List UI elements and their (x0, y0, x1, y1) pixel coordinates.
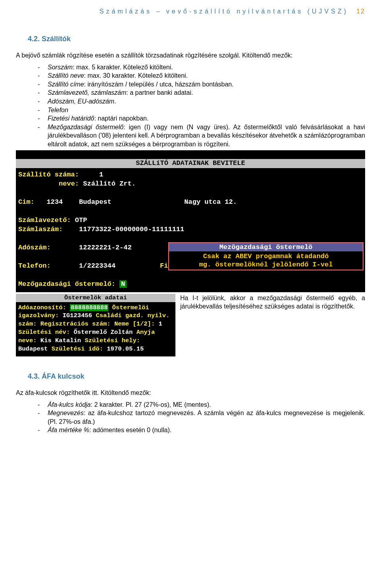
field-label: Születési idö: (52, 345, 103, 352)
list-item: Áfa mértéke %: adómentes esetén 0 (nulla… (38, 426, 365, 435)
terminal-supplier-form: SZÁLLíTÓ ADATAINAK BEVITELESzállító szám… (16, 150, 365, 292)
tooltip-line: mg. östermelöknél jelölendő I-vel (199, 261, 333, 268)
field-label: Regisztrációs szám: (40, 320, 111, 328)
section1-intro: A bejövő számlák rögzítése esetén a szál… (16, 51, 365, 60)
field-value: Budapest (18, 345, 48, 352)
field-value: Kis Katalin (40, 337, 81, 344)
field-value: Nagy utca 12. (184, 198, 237, 206)
field-label: Születési hely: (85, 337, 140, 344)
field-label: Neme [1/2]: (114, 320, 155, 328)
field-value: Budapest (79, 198, 112, 206)
page-number: 12 (352, 8, 365, 15)
list-item: Mezőgazdasági őstermelő: igen (I) vagy n… (38, 123, 365, 149)
list-item: Számlavezető, számlaszám: a partner bank… (38, 88, 365, 97)
field-value: 1 (159, 320, 162, 328)
field-value: 1970.05.15 (107, 345, 144, 352)
field-label: Telefon: (18, 262, 51, 270)
page-header: Számlázás – vevő-szállító nyilvántartás … (16, 0, 365, 19)
field-label: Adóazonosító: (18, 304, 66, 311)
list-item: Adószám, EU-adószám. (38, 97, 365, 106)
field-value: Őstermelő Zoltán (74, 329, 133, 336)
field-value: IG123456 (63, 312, 92, 319)
section-heading-suppliers: 4.2. Szállítók (16, 35, 365, 43)
terminal-title: SZÁLLíTÓ ADATAINAK BEVITELE (16, 159, 365, 168)
field-value: 11773322-00000000-11111111 (79, 226, 184, 233)
field-value: Szállító Zrt. (83, 180, 136, 188)
tooltip-box: Mezögazdasági östermelöCsak az ABEV prog… (168, 242, 364, 271)
field-value: 1234 (46, 198, 63, 206)
header-title: Számlázás – vevő-szállító nyilvántartás … (100, 8, 348, 15)
list-item: Áfa-kulcs kódja: 2 karakter. Pl. 27 (27%… (38, 400, 365, 409)
field-label: Szállító száma: (18, 171, 79, 178)
field-label: Számlaszám: (18, 226, 63, 233)
field-label: Mezőgazdasági őstermelő: (18, 280, 115, 288)
list-item: Sorszám: max. 5 karakter. Kötelező kitöl… (38, 63, 365, 72)
section1-list: Sorszám: max. 5 karakter. Kötelező kitöl… (16, 63, 365, 149)
field-value: 1/2223344 (79, 262, 115, 270)
field-label: Születési név: (18, 329, 70, 336)
list-item: Telefon (38, 106, 365, 115)
field-label: neve: (59, 180, 79, 188)
field-value: OTP (75, 216, 87, 224)
list-item: Szállító címe: irányítószám / település … (38, 80, 365, 89)
tooltip-title: Mezögazdasági östermelö (169, 243, 363, 251)
field-value-highlight: N (119, 280, 127, 288)
field-value-highlight: 8888888888 (70, 304, 108, 311)
list-item: Fizetési határidő: naptári napokban. (38, 114, 365, 123)
terminal-title: Östermelök adatai (16, 294, 175, 302)
field-label: Cim: (18, 198, 35, 206)
section-heading-vat: 4.3. ÁFA kulcsok (16, 372, 365, 381)
list-item: Megnevezés: az áfa-kulcshoz tartozó megn… (38, 409, 365, 426)
field-label: Számlavezető: (18, 216, 71, 224)
field-value: 12222221-2-42 (79, 244, 132, 251)
field-value: 1 (99, 171, 103, 178)
tooltip-line: Csak az ABEV progamnak átadandó (203, 253, 329, 260)
section2-intro: Az áfa-kulcsok rögzíthetők itt. Kitölten… (16, 389, 365, 397)
side-paragraph: Ha I-t jelölünk, akkor a mezőgazdasági ő… (180, 294, 365, 311)
list-item: Szállító neve: max. 30 karakter. Kötelez… (38, 71, 365, 80)
field-label: Adószám: (18, 244, 51, 251)
section2-list: Áfa-kulcs kódja: 2 karakter. Pl. 27 (27%… (16, 400, 365, 435)
terminal-producer-form: Östermelök adataiAdóazonosító: 888888888… (16, 294, 175, 356)
